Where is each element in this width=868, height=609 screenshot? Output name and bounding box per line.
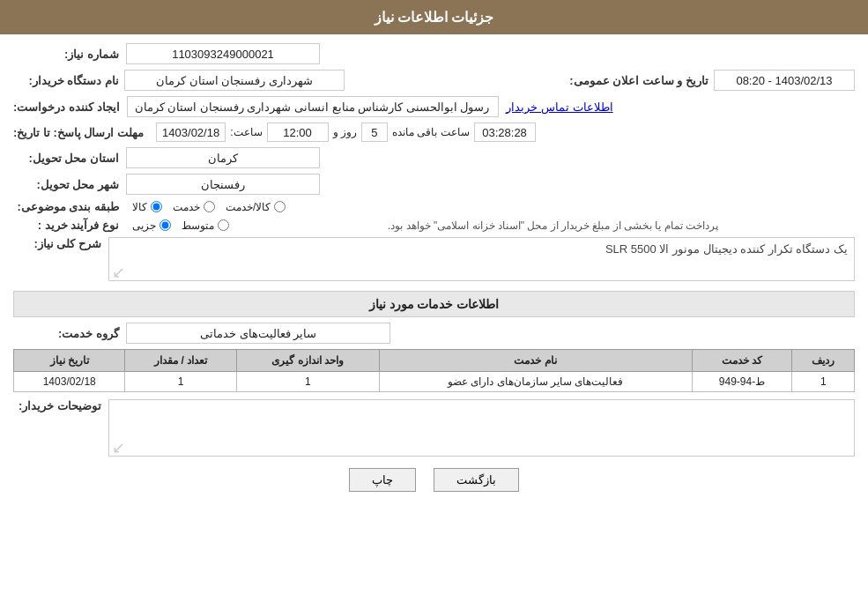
khedmat-label: خدمت [173,201,200,213]
cell-radif: 1 [792,372,855,392]
rooz-value: 5 [361,123,388,142]
saat-value: 12:00 [267,123,329,142]
tarikhe-mohlat-value: 1403/02/18 [156,123,226,142]
cell-nam-khedmat: فعالیت‌های سایر سازمان‌های دارای عضو [379,372,692,392]
col-vahed: واحد اندازه گیری [236,350,379,372]
sharh-value: یک دستگاه تکرار کننده دیجیتال مونور الا … [605,242,848,256]
tarikh-elan-label: تاریخ و ساعت اعلان عمومی: [569,74,708,87]
mottavasset-radio[interactable]: متوسط [182,219,229,232]
maande-value: 03:28:28 [474,123,536,142]
nam-dastgah-value: شهرداری رفسنجان استان کرمان [124,70,345,91]
jozi-label: جزیی [132,219,156,232]
jozi-radio[interactable]: جزیی [132,219,171,232]
ostan-tahvil-label: استان محل تحویل: [13,152,119,165]
kala-label: کالا [132,201,147,213]
ijad-konande-label: ایجاد کننده درخواست: [13,100,120,114]
cell-tarikh: 1403/02/18 [14,372,125,392]
col-kod-khedmat: کد خدمت [692,350,792,372]
maande-label: ساعت باقی مانده [392,126,470,138]
nooe-farayand-label: نوع فرآیند خرید : [13,219,119,232]
shomara-niaz-value: 1103093249000021 [126,43,320,64]
col-tedad: تعداد / مقدار [125,350,236,372]
ittelasat-tamas-link[interactable]: اطلاعات تماس خریدار [506,100,612,114]
rooz-label: روز و [333,126,357,138]
saat-label: ساعت: [230,126,262,138]
ijad-konande-value: رسول ابوالحسنی کارشناس منابع انسانی شهرد… [127,96,500,117]
header-title: جزئیات اطلاعات نیاز [375,10,494,25]
kala-khedmat-label: کالا/خدمت [226,201,271,213]
section-khadamat-title: اطلاعات خدمات مورد نیاز [13,291,855,317]
khadamat-table: ردیف کد خدمت نام خدمت واحد اندازه گیری ت… [13,349,855,392]
shahr-tahvil-label: شهر محل تحویل: [13,178,119,191]
tabaghebandi-label: طبقه بندی موضوعی: [13,200,119,213]
mottavasset-label: متوسط [182,219,214,232]
mohlat-label: مهلت ارسال پاسخ: تا تاریخ: [13,126,144,139]
gorooh-khedmat-label: گروه خدمت: [13,327,119,340]
cell-kod-khedmat: ط-94-949 [692,372,792,392]
gorooh-khedmat-value: سایر فعالیت‌های خدماتی [126,323,390,344]
page-header: جزئیات اطلاعات نیاز [0,0,868,34]
section-sharh-label: شرح کلی نیاز: [13,237,101,250]
nam-dastgah-label: نام دستگاه خریدار: [13,74,119,87]
pardakht-text: پرداخت تمام یا بخشی از مبلغ خریدار از مح… [388,219,718,232]
shahr-tahvil-value: رفسنجان [126,174,320,195]
khedmat-radio[interactable]: خدمت [173,201,215,213]
kala-radio[interactable]: کالا [132,201,162,213]
tarikh-elan-value: 1403/02/13 - 08:20 [714,70,855,91]
tawzihat-label: توضیحات خریدار: [13,399,101,412]
tawzihat-textarea[interactable] [108,399,855,457]
chap-button[interactable]: چاپ [349,468,416,492]
bazgasht-button[interactable]: بازگشت [434,468,519,492]
kala-khedmat-radio[interactable]: کالا/خدمت [226,201,286,213]
ostan-tahvil-value: کرمان [126,147,320,168]
col-tarikh: تاریخ نیاز [14,350,125,372]
table-row: 1 ط-94-949 فعالیت‌های سایر سازمان‌های دا… [14,372,855,392]
cell-tedad: 1 [125,372,236,392]
col-radif: ردیف [792,350,855,372]
shomara-niaz-label: شماره نیاز: [13,48,119,61]
cell-vahed: 1 [236,372,379,392]
col-nam-khedmat: نام خدمت [379,350,692,372]
button-row: بازگشت چاپ [13,468,855,505]
